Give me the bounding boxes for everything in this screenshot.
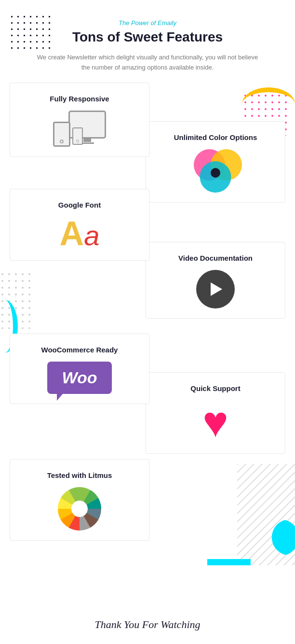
cards-wrapper: Fully Responsive Unlimited Color Option (10, 83, 285, 604)
page-header: The Power of Emaily Tons of Sweet Featur… (0, 0, 295, 83)
feature-title-video: Video Documentation (154, 254, 277, 262)
litmus-center (71, 501, 88, 517)
footer-text: Thank You For Watching (10, 618, 285, 631)
features-section: Fully Responsive Unlimited Color Option (0, 83, 295, 604)
color-circles-icon (189, 149, 242, 193)
woo-logo: Woo (47, 362, 111, 394)
feature-card-color: Unlimited Color Options (146, 121, 285, 203)
feature-title-responsive: Fully Responsive (18, 95, 141, 103)
cyan-bar (207, 559, 251, 565)
feature-card-responsive: Fully Responsive (10, 83, 149, 157)
font-icon: Aa (18, 217, 141, 251)
woo-speech-bubble (57, 394, 63, 401)
feature-title-color: Unlimited Color Options (154, 133, 277, 141)
feature-card-support: Quick Support ♥ (146, 372, 285, 454)
play-button-icon (196, 270, 235, 308)
feature-card-litmus: Tested with Litmus (10, 459, 149, 541)
woo-text: Woo (62, 368, 97, 387)
feature-card-video: Video Documentation (146, 242, 285, 319)
feature-title-woo: WooCommerce Ready (18, 346, 141, 354)
page-footer: Thank You For Watching (0, 604, 295, 644)
litmus-wheel-icon (58, 487, 101, 531)
device-icon (53, 111, 106, 147)
play-triangle (211, 282, 222, 296)
feature-title-litmus: Tested with Litmus (18, 471, 141, 479)
feature-card-woo: WooCommerce Ready Woo (10, 334, 149, 404)
feature-card-font: Google Font Aa (10, 189, 149, 261)
heart-icon: ♥ (154, 400, 277, 444)
feature-title-support: Quick Support (154, 384, 277, 392)
feature-title-font: Google Font (18, 201, 141, 209)
dots-decoration-tl (9, 14, 52, 50)
header-description: We create Newsletter which delight visua… (32, 53, 263, 73)
